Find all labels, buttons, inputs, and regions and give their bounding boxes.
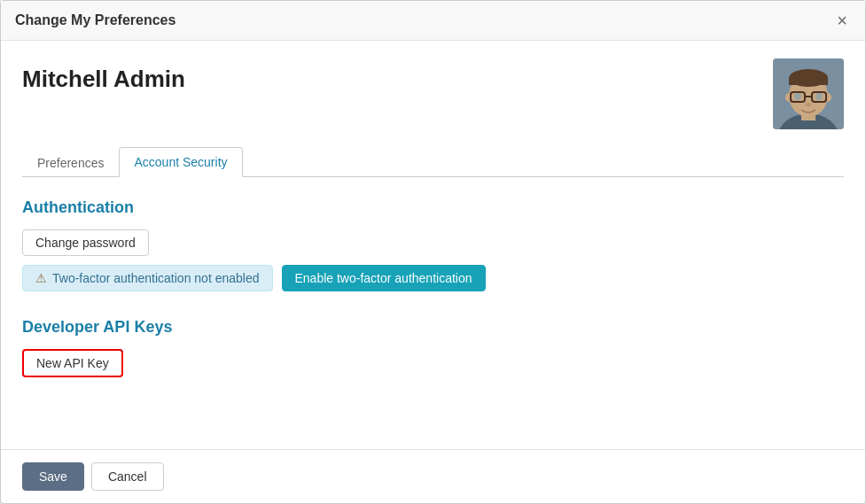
- tab-account-security[interactable]: Account Security: [119, 147, 242, 177]
- modal-header: Change My Preferences ×: [1, 1, 865, 41]
- svg-rect-5: [789, 78, 828, 85]
- developer-api-keys-section: Developer API Keys New API Key: [22, 318, 844, 377]
- warning-icon: ⚠: [35, 271, 47, 285]
- tab-preferences[interactable]: Preferences: [22, 147, 119, 177]
- user-section: Mitchell Admin: [22, 58, 844, 129]
- change-password-button[interactable]: Change password: [22, 229, 149, 256]
- authentication-title: Authentication: [22, 198, 844, 217]
- user-name: Mitchell Admin: [22, 66, 185, 93]
- avatar-image: [773, 58, 844, 129]
- modal-title: Change My Preferences: [15, 12, 176, 28]
- modal-body: Mitchell Admin: [1, 41, 865, 449]
- avatar: [773, 58, 844, 129]
- new-api-key-button[interactable]: New API Key: [22, 349, 123, 377]
- modal-close-button[interactable]: ×: [833, 12, 851, 29]
- modal-overlay: Change My Preferences × Mitchell Admin: [0, 0, 866, 504]
- cancel-button[interactable]: Cancel: [91, 462, 164, 491]
- modal-footer: Save Cancel: [1, 449, 865, 503]
- two-factor-status: ⚠ Two-factor authentication not enabled: [22, 265, 273, 291]
- svg-point-12: [815, 93, 823, 100]
- tabs-container: Preferences Account Security: [22, 147, 844, 177]
- svg-point-13: [806, 103, 811, 106]
- developer-api-keys-title: Developer API Keys: [22, 318, 844, 337]
- svg-point-11: [794, 93, 801, 100]
- enable-two-factor-button[interactable]: Enable two-factor authentication: [282, 265, 486, 291]
- save-button[interactable]: Save: [22, 462, 84, 491]
- two-factor-row: ⚠ Two-factor authentication not enabled …: [22, 265, 844, 291]
- two-factor-status-text: Two-factor authentication not enabled: [52, 271, 260, 285]
- modal: Change My Preferences × Mitchell Admin: [0, 0, 866, 504]
- authentication-section: Authentication Change password ⚠ Two-fac…: [22, 198, 844, 291]
